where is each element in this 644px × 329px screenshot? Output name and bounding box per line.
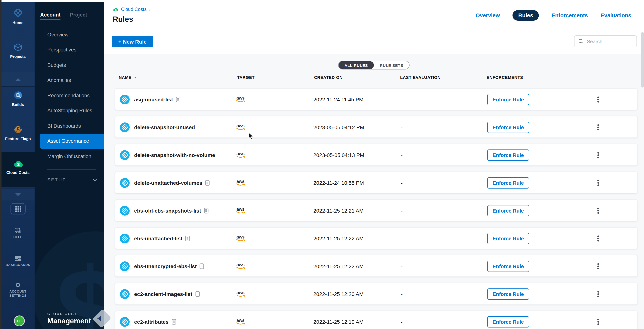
row-menu-button[interactable] <box>595 122 601 132</box>
sidebar-item-autostopping-rules[interactable]: AutoStopping Rules <box>40 103 104 118</box>
enforce-rule-button[interactable]: Enforce Rule <box>487 316 529 328</box>
table-row[interactable]: asg-unused-listaws2022-11-24 11:45 PM-En… <box>115 88 638 110</box>
rules-list-area: ALL RULESRULE SETS NAME ▼TARGETCREATED O… <box>104 54 644 329</box>
governance-rule-icon <box>120 261 130 271</box>
page-header: $ Cloud Costs › Rules OverviewRulesEnfor… <box>104 0 644 26</box>
enforce-rule-button[interactable]: Enforce Rule <box>487 233 529 244</box>
last-evaluation: - <box>401 228 402 249</box>
rail-utility-help[interactable]: ?HELP <box>2 227 34 239</box>
table-row[interactable]: delete-snapshot-with-no-volumeaws2023-05… <box>115 144 638 166</box>
aws-target-icon: aws <box>235 289 246 300</box>
rail-module-label: Projects <box>10 54 26 59</box>
builds-icon <box>13 90 23 100</box>
rail-module-home[interactable]: Home <box>2 7 34 25</box>
clone-icon[interactable] <box>176 96 180 102</box>
sidebar-item-bi-dashboards[interactable]: BI Dashboards <box>40 118 104 133</box>
enforce-rule-button[interactable]: Enforce Rule <box>487 122 529 133</box>
clone-icon[interactable] <box>186 236 190 242</box>
rail-module-projects[interactable]: Projects <box>2 42 34 59</box>
clone-icon[interactable] <box>196 291 200 297</box>
table-row[interactable]: ebs-unencrypted-ebs-listaws2022-11-25 12… <box>115 255 638 277</box>
sidebar-item-perspectives[interactable]: Perspectives <box>40 42 104 57</box>
enforce-rule-button[interactable]: Enforce Rule <box>487 205 529 216</box>
column-header-last-evaluation: LAST EVALUATION <box>400 75 440 80</box>
governance-rule-icon <box>120 289 130 299</box>
table-row[interactable]: ec2-attributesaws2022-11-25 12:19 AM-Enf… <box>115 311 638 329</box>
rail-module-label: Cloud Costs <box>6 170 30 175</box>
enforce-rule-button[interactable]: Enforce Rule <box>487 261 529 272</box>
table-row[interactable]: ec2-ancient-images-listaws2022-11-25 12:… <box>115 283 638 305</box>
tab-enforcements[interactable]: Enforcements <box>552 10 588 21</box>
enforce-rule-button[interactable]: Enforce Rule <box>487 177 529 189</box>
toolbar: + New Rule <box>104 26 644 53</box>
governance-rule-icon <box>120 234 130 243</box>
breadcrumb[interactable]: $ Cloud Costs › <box>113 7 150 12</box>
sidebar-item-recommendations[interactable]: Recommendations <box>40 88 104 103</box>
enforce-rule-button[interactable]: Enforce Rule <box>487 149 529 161</box>
row-menu-button[interactable] <box>595 234 601 243</box>
enforce-rule-button[interactable]: Enforce Rule <box>487 94 529 105</box>
column-header-name[interactable]: NAME ▼ <box>119 75 137 80</box>
clone-icon[interactable] <box>200 263 204 269</box>
created-on: 2022-11-25 12:22 AM <box>313 228 364 249</box>
governance-rule-icon <box>120 317 130 327</box>
setup-section-toggle[interactable]: SETUP <box>47 175 97 185</box>
sidebar-item-asset-governance[interactable]: Asset Governance <box>40 133 104 149</box>
sidebar-item-margin-obfuscation[interactable]: Margin Obfuscation <box>40 149 104 164</box>
svg-text:?: ? <box>16 228 18 232</box>
toggle-all-rules[interactable]: ALL RULES <box>338 61 374 69</box>
toggle-rule-sets[interactable]: RULE SETS <box>374 61 409 69</box>
rules-view-toggle: ALL RULESRULE SETS <box>338 61 410 69</box>
row-menu-button[interactable] <box>595 178 601 188</box>
rail-module-builds[interactable]: Builds <box>2 90 34 107</box>
row-menu-button[interactable] <box>595 289 601 299</box>
row-menu-button[interactable] <box>595 95 601 104</box>
svg-text:aws: aws <box>236 179 244 184</box>
sidebar-item-anomalies[interactable]: Anomalies <box>40 73 104 88</box>
sidebar-item-budgets[interactable]: Budgets <box>40 57 104 73</box>
grid-3x3-icon <box>15 206 21 212</box>
rail-utility-dashboards[interactable]: DASHBOARDS <box>2 255 34 267</box>
module-picker-button[interactable] <box>10 203 26 214</box>
scrollbar-thumb[interactable] <box>641 32 644 87</box>
table-row[interactable]: ebs-unattached-listaws2022-11-25 12:22 A… <box>115 227 638 249</box>
clone-icon[interactable] <box>204 208 208 214</box>
rule-name: delete-snapshot-with-no-volume <box>134 152 215 158</box>
row-menu-button[interactable] <box>595 206 601 216</box>
collapse-sidebar-button[interactable] <box>95 310 105 327</box>
table-row[interactable]: ebs-old-ebs-snapshots-listaws2022-11-25 … <box>115 199 638 221</box>
tab-overview[interactable]: Overview <box>476 10 500 21</box>
rail-module-feature-flags[interactable]: Feature Flags <box>2 125 34 141</box>
clone-icon[interactable] <box>172 319 176 325</box>
clone-icon[interactable] <box>205 180 210 186</box>
rail-module-cloud-costs[interactable]: $Cloud Costs <box>2 152 34 187</box>
governance-rule-icon <box>120 95 130 104</box>
created-on: 2022-11-25 12:20 AM <box>313 283 364 305</box>
table-row[interactable]: delete-unattached-volumesaws2022-11-24 1… <box>115 172 638 193</box>
avatar[interactable]: CJ <box>15 316 24 326</box>
rail-scroll-up[interactable] <box>2 72 34 87</box>
breadcrumb-label: Cloud Costs <box>121 7 146 12</box>
new-rule-button[interactable]: + New Rule <box>112 36 153 47</box>
rule-name: asg-unused-list <box>134 96 173 102</box>
tab-evaluations[interactable]: Evaluations <box>600 10 631 21</box>
tab-rules[interactable]: Rules <box>513 10 539 21</box>
panel-menu: OverviewPerspectivesBudgetsAnomaliesReco… <box>34 27 104 164</box>
table-row[interactable]: delete-snapshot-unusedaws2023-05-05 04:1… <box>115 116 638 138</box>
row-menu-button[interactable] <box>595 317 601 327</box>
rail-scroll-down[interactable] <box>2 189 34 201</box>
search-input[interactable] <box>586 38 633 44</box>
sort-descending-icon: ▼ <box>134 76 137 79</box>
scope-tab-project[interactable]: Project <box>70 12 87 20</box>
harness-app-window: CJ HomeProjectsBuildsFeature Flags$Cloud… <box>0 0 644 329</box>
svg-text:aws: aws <box>236 262 244 267</box>
aws-target-icon: aws <box>235 233 246 244</box>
enforce-rule-button[interactable]: Enforce Rule <box>487 289 529 300</box>
column-header-created-on: CREATED ON <box>314 75 343 80</box>
row-menu-button[interactable] <box>595 150 601 160</box>
row-menu-button[interactable] <box>595 261 601 271</box>
rail-utility-account-settings[interactable]: ⚙ACCOUNTSETTINGS <box>2 282 34 298</box>
scope-tab-account[interactable]: Account <box>40 12 60 20</box>
rail-module-label: Builds <box>12 102 24 107</box>
sidebar-item-overview[interactable]: Overview <box>40 27 104 42</box>
